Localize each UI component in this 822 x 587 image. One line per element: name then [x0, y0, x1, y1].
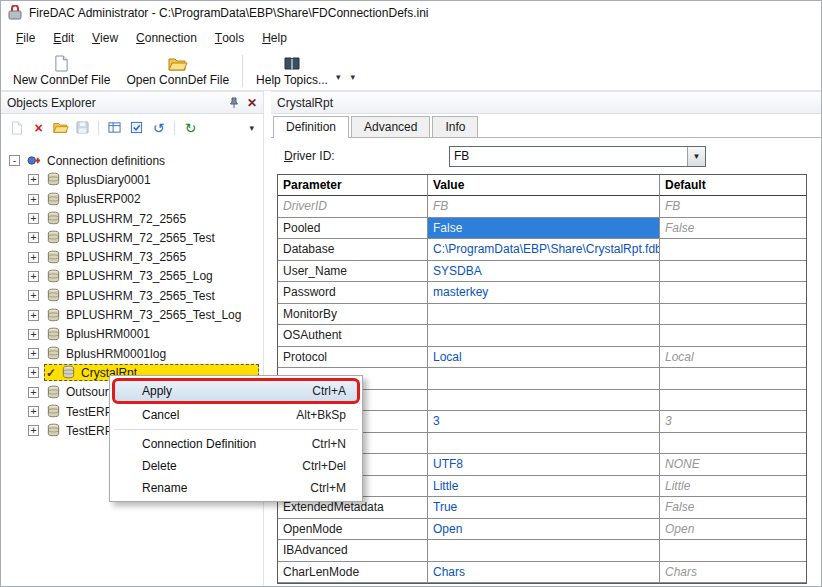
default-cell[interactable]: Chars — [660, 562, 806, 584]
value-cell[interactable]: True — [428, 497, 660, 519]
help-dropdown-chevron-icon[interactable]: ▾ — [336, 72, 345, 90]
grid-header-parameter[interactable]: Parameter — [278, 175, 428, 196]
expand-plus-icon[interactable]: + — [28, 329, 39, 340]
context-menu-item-delete[interactable]: Delete Ctrl+Del — [112, 455, 360, 477]
param-cell[interactable]: Database — [278, 239, 428, 261]
check-filter-icon[interactable] — [128, 120, 145, 136]
value-cell[interactable]: Chars — [428, 562, 660, 584]
default-cell[interactable]: NONE — [660, 454, 806, 476]
value-cell[interactable]: Open — [428, 519, 660, 541]
default-cell[interactable]: 3 — [660, 411, 806, 433]
default-cell[interactable]: Open — [660, 519, 806, 541]
default-cell[interactable] — [660, 540, 806, 562]
tab-advanced[interactable]: Advanced — [351, 116, 430, 137]
default-cell[interactable]: False — [660, 497, 806, 519]
expand-plus-icon[interactable]: + — [28, 425, 39, 436]
expand-plus-icon[interactable]: + — [28, 348, 39, 359]
tree-item-BPLUSHRM_73_2565_Log[interactable]: + BPLUSHRM_73_2565_Log — [1, 267, 259, 286]
expand-plus-icon[interactable]: + — [28, 213, 39, 224]
menu-help[interactable]: Help — [253, 25, 296, 51]
explorer-dropdown-chevron-icon[interactable]: ▾ — [249, 123, 256, 133]
context-menu-item-apply[interactable]: Apply Ctrl+A — [112, 378, 360, 404]
delete-icon[interactable]: × — [30, 120, 47, 136]
default-cell[interactable]: Local — [660, 347, 806, 369]
value-cell[interactable] — [428, 368, 660, 390]
context-menu-item-connection-definition[interactable]: Connection Definition Ctrl+N — [112, 433, 360, 455]
save-icon[interactable] — [74, 120, 91, 136]
close-icon[interactable]: ✕ — [247, 98, 257, 108]
value-cell[interactable] — [428, 304, 660, 326]
tab-info[interactable]: Info — [432, 116, 478, 137]
param-cell[interactable]: IBAdvanced — [278, 540, 428, 562]
menu-connection[interactable]: Connection — [127, 25, 206, 51]
default-cell[interactable] — [660, 239, 806, 261]
grid-header-value[interactable]: Value — [428, 175, 660, 196]
expand-plus-icon[interactable]: + — [28, 387, 39, 398]
param-cell[interactable]: OpenMode — [278, 519, 428, 541]
value-cell[interactable]: Little — [428, 476, 660, 498]
default-cell[interactable] — [660, 325, 806, 347]
tree-item-BPLUSHRM_72_2565_Test[interactable]: + BPLUSHRM_72_2565_Test — [1, 228, 259, 247]
expand-plus-icon[interactable]: + — [28, 406, 39, 417]
param-cell[interactable]: Pooled — [278, 218, 428, 240]
tree-item-BplusERP002[interactable]: + BplusERP002 — [1, 190, 259, 209]
expand-plus-icon[interactable]: + — [28, 290, 39, 301]
value-cell[interactable]: False — [428, 218, 660, 240]
expand-plus-icon[interactable]: + — [28, 174, 39, 185]
chevron-down-icon[interactable]: ▼ — [687, 147, 705, 166]
default-cell[interactable]: FB — [660, 196, 806, 218]
new-conndef-icon[interactable] — [8, 120, 25, 136]
value-cell[interactable]: C:\ProgramData\EBP\Share\CrystalRpt.fdb — [428, 239, 660, 261]
refresh-icon[interactable]: ↻ — [182, 120, 199, 136]
driver-id-combobox[interactable]: FB ▼ — [449, 146, 706, 167]
default-cell[interactable]: False — [660, 218, 806, 240]
grid-view-icon[interactable] — [106, 120, 123, 136]
panel-splitter[interactable] — [264, 91, 271, 586]
value-cell[interactable] — [428, 433, 660, 455]
tree-item-BplusHRM0001log[interactable]: + BplusHRM0001log — [1, 344, 259, 363]
context-menu-item-rename[interactable]: Rename Ctrl+M — [112, 477, 360, 499]
value-cell[interactable]: SYSDBA — [428, 261, 660, 283]
tab-definition[interactable]: Definition — [273, 116, 349, 138]
tree-root-connection-definitions[interactable]: - Connection definitions — [1, 151, 259, 170]
param-cell[interactable]: MonitorBy — [278, 304, 428, 326]
menu-tools[interactable]: Tools — [206, 25, 253, 51]
value-cell[interactable]: UTF8 — [428, 454, 660, 476]
expand-plus-icon[interactable]: + — [28, 252, 39, 263]
expand-plus-icon[interactable]: + — [28, 310, 39, 321]
value-cell[interactable]: Local — [428, 347, 660, 369]
param-cell[interactable]: Password — [278, 282, 428, 304]
toolbar-overflow-chevron-icon[interactable]: ▾ — [350, 72, 359, 90]
param-cell[interactable]: OSAuthent — [278, 325, 428, 347]
expand-plus-icon[interactable]: + — [28, 271, 39, 282]
default-cell[interactable]: Little — [660, 476, 806, 498]
context-menu-item-cancel[interactable]: Cancel Alt+BkSp — [112, 404, 360, 426]
undo-icon[interactable]: ↺ — [150, 120, 167, 136]
tree-item-BplusHRM0001[interactable]: + BplusHRM0001 — [1, 325, 259, 344]
tree-item-BPLUSHRM_73_2565[interactable]: + BPLUSHRM_73_2565 — [1, 247, 259, 266]
value-cell[interactable] — [428, 540, 660, 562]
open-conndef-file-button[interactable]: Open ConnDef File — [118, 52, 237, 90]
default-cell[interactable] — [660, 261, 806, 283]
param-cell[interactable]: DriverID — [278, 196, 428, 218]
help-topics-button[interactable]: Help Topics... — [248, 52, 336, 90]
default-cell[interactable] — [660, 282, 806, 304]
menu-file[interactable]: File — [7, 25, 44, 51]
open-folder-icon[interactable] — [52, 120, 69, 136]
value-cell[interactable]: FB — [428, 196, 660, 218]
new-conndef-file-button[interactable]: New ConnDef File — [5, 52, 118, 90]
menu-view[interactable]: View — [83, 25, 127, 51]
tree-item-BPLUSHRM_73_2565_Test[interactable]: + BPLUSHRM_73_2565_Test — [1, 286, 259, 305]
tree-item-BplusDiary0001[interactable]: + BplusDiary0001 — [1, 170, 259, 189]
expand-plus-icon[interactable]: + — [28, 367, 39, 378]
param-cell[interactable]: CharLenMode — [278, 562, 428, 584]
expand-plus-icon[interactable]: + — [28, 194, 39, 205]
default-cell[interactable] — [660, 304, 806, 326]
param-cell[interactable]: Protocol — [278, 347, 428, 369]
default-cell[interactable] — [660, 390, 806, 412]
value-cell[interactable]: masterkey — [428, 282, 660, 304]
default-cell[interactable] — [660, 368, 806, 390]
menu-edit[interactable]: Edit — [44, 25, 83, 51]
grid-header-default[interactable]: Default — [660, 175, 806, 196]
value-cell[interactable]: 3 — [428, 411, 660, 433]
